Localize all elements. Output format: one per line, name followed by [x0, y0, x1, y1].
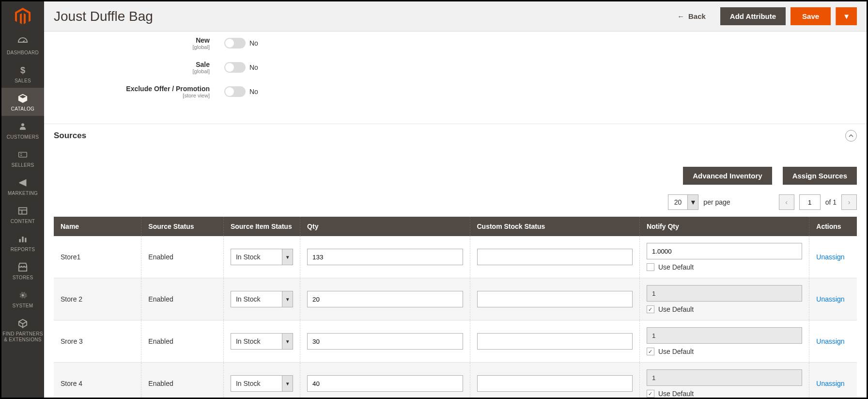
qty-input[interactable]: [307, 375, 463, 392]
chart-icon: [17, 233, 29, 245]
attr-label: Sale: [44, 61, 210, 68]
qty-input[interactable]: [307, 249, 463, 265]
product-attributes: New [global] No Sale [global] No Exclude…: [44, 32, 867, 124]
toggle-value: No: [249, 39, 259, 47]
use-default-label: Use Default: [658, 348, 694, 355]
unassign-link[interactable]: Unassign: [816, 380, 844, 387]
advanced-inventory-button[interactable]: Advanced Inventory: [683, 167, 772, 185]
toggle-exclude[interactable]: [224, 86, 246, 97]
attribute-sale: Sale [global] No: [44, 61, 867, 74]
page-total-label: of 1: [825, 198, 837, 206]
unassign-link[interactable]: Unassign: [816, 295, 844, 303]
notify-qty-input: [647, 327, 802, 344]
toggle-sale[interactable]: [224, 62, 246, 73]
pager: 20 ▼ per page ‹ of 1 ›: [44, 194, 867, 217]
use-default-checkbox[interactable]: [647, 263, 654, 271]
use-default-checkbox[interactable]: [647, 305, 654, 313]
sidebar-item-sales[interactable]: $ SALES: [1, 60, 44, 88]
svg-point-2: [21, 123, 24, 126]
cell-custom-stock: [470, 236, 639, 278]
table-row: Store 4EnabledIn Stock▼Use DefaultUnassi…: [54, 363, 857, 398]
cell-name: Store 4: [54, 363, 141, 398]
item-status-select[interactable]: In Stock▼: [231, 333, 293, 350]
cell-notify: Use Default: [639, 363, 809, 398]
prev-page-button[interactable]: ‹: [779, 194, 794, 210]
custom-stock-input[interactable]: [477, 333, 633, 350]
toggle-value: No: [249, 64, 259, 71]
page-header: Joust Duffle Bag ← Back Add Attribute Sa…: [44, 1, 867, 32]
svg-rect-11: [25, 238, 26, 242]
use-default-label: Use Default: [658, 263, 694, 271]
use-default-checkbox[interactable]: [647, 348, 654, 355]
collapse-toggle[interactable]: [845, 130, 857, 142]
admin-sidebar: DASHBOARD $ SALES CATALOG CUSTOMERS SELL…: [1, 1, 44, 398]
toggle-knob: [225, 39, 234, 48]
magento-logo[interactable]: [1, 1, 44, 32]
unassign-link[interactable]: Unassign: [816, 253, 844, 261]
dollar-icon: $: [17, 64, 29, 76]
chevron-up-icon: [849, 134, 853, 137]
item-status-select[interactable]: In Stock▼: [231, 375, 293, 392]
sidebar-item-system[interactable]: SYSTEM: [1, 285, 44, 313]
chevron-down-icon: ▼: [282, 376, 293, 391]
sources-section-header: Sources: [44, 124, 867, 147]
box-icon: [17, 93, 29, 104]
layout-icon: [17, 205, 29, 217]
save-button[interactable]: Save: [790, 7, 831, 25]
cell-status: Enabled: [141, 278, 224, 320]
svg-point-12: [22, 294, 24, 297]
seller-icon: [17, 149, 29, 160]
table-row: Srore 3EnabledIn Stock▼Use DefaultUnassi…: [54, 320, 857, 363]
attr-scope: [global]: [44, 68, 210, 74]
add-attribute-button[interactable]: Add Attribute: [720, 7, 786, 25]
th-qty: Qty: [300, 217, 470, 236]
item-status-select[interactable]: In Stock▼: [231, 249, 293, 265]
custom-stock-input[interactable]: [477, 249, 633, 265]
toggle-knob: [225, 87, 234, 96]
toggle-new[interactable]: [224, 38, 246, 48]
qty-input[interactable]: [307, 333, 463, 350]
sidebar-item-marketing[interactable]: MARKETING: [1, 172, 44, 200]
sidebar-item-partners[interactable]: FIND PARTNERS & EXTENSIONS: [1, 313, 44, 347]
cell-status: Enabled: [141, 236, 224, 278]
notify-qty-input[interactable]: [647, 243, 802, 259]
cell-custom-stock: [470, 320, 639, 363]
sidebar-item-reports[interactable]: REPORTS: [1, 228, 44, 256]
cell-qty: [300, 278, 470, 320]
item-status-select[interactable]: In Stock▼: [231, 291, 293, 307]
sidebar-item-content[interactable]: CONTENT: [1, 200, 44, 228]
use-default-checkbox[interactable]: [647, 390, 654, 398]
cell-qty: [300, 320, 470, 363]
th-item-status: Source Item Status: [223, 217, 300, 236]
dashboard-icon: [17, 36, 29, 48]
cell-item-status: In Stock▼: [223, 363, 300, 398]
th-custom-stock: Custom Stock Status: [470, 217, 639, 236]
sidebar-item-customers[interactable]: CUSTOMERS: [1, 116, 44, 144]
cell-qty: [300, 363, 470, 398]
sidebar-item-stores[interactable]: STORES: [1, 256, 44, 285]
use-default-label: Use Default: [658, 390, 694, 398]
per-page-select[interactable]: 20 ▼: [668, 194, 699, 210]
th-source-status: Source Status: [141, 217, 224, 236]
custom-stock-input[interactable]: [477, 375, 633, 392]
back-button[interactable]: ← Back: [667, 7, 715, 25]
sidebar-item-dashboard[interactable]: DASHBOARD: [1, 32, 44, 60]
cell-notify: Use Default: [639, 320, 809, 363]
attribute-exclude-offer: Exclude Offer / Promotion [store view] N…: [44, 85, 867, 98]
sources-title: Sources: [54, 131, 86, 141]
assign-sources-button[interactable]: Assign Sources: [783, 167, 857, 185]
custom-stock-input[interactable]: [477, 291, 633, 307]
save-dropdown-button[interactable]: ▼: [836, 7, 857, 25]
sidebar-item-sellers[interactable]: SELLERS: [1, 144, 44, 172]
qty-input[interactable]: [307, 291, 463, 307]
sidebar-item-catalog[interactable]: CATALOG: [1, 88, 44, 116]
page-input[interactable]: [799, 194, 821, 210]
attr-label: New: [44, 36, 210, 44]
chevron-down-icon: ▼: [282, 291, 293, 307]
cell-custom-stock: [470, 278, 639, 320]
unassign-link[interactable]: Unassign: [816, 337, 844, 345]
toggle-value: No: [249, 88, 259, 96]
attr-label: Exclude Offer / Promotion: [44, 85, 210, 93]
next-page-button[interactable]: ›: [841, 194, 857, 210]
person-icon: [17, 121, 29, 132]
